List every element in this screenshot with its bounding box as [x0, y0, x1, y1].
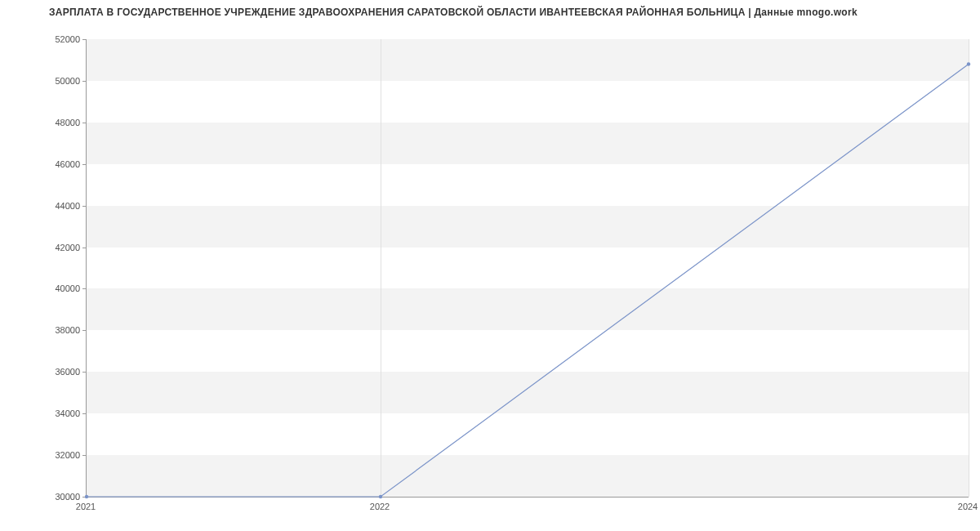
x-tick-label: 2022 — [370, 502, 390, 511]
data-point — [379, 495, 382, 498]
y-tick-label: 40000 — [7, 283, 80, 293]
x-tick-label: 2024 — [958, 502, 978, 511]
y-tick-label: 52000 — [7, 34, 80, 44]
y-tick-label: 34000 — [7, 408, 80, 418]
y-tick-label: 46000 — [7, 159, 80, 169]
data-point — [967, 62, 970, 65]
plot-area — [86, 39, 969, 498]
y-tick-label: 38000 — [7, 325, 80, 335]
y-tick-label: 42000 — [7, 243, 80, 252]
y-tick-label: 48000 — [7, 118, 80, 127]
x-tick-label: 2021 — [76, 502, 96, 511]
y-tick-label: 32000 — [7, 450, 80, 460]
chart-title: ЗАРПЛАТА В ГОСУДАРСТВЕННОЕ УЧРЕЖДЕНИЕ ЗД… — [49, 7, 858, 18]
salary-chart: ЗАРПЛАТА В ГОСУДАРСТВЕННОЕ УЧРЕЖДЕНИЕ ЗД… — [0, 0, 980, 531]
y-tick-label: 50000 — [7, 76, 80, 86]
x-gridline — [969, 39, 969, 497]
y-tick-label: 44000 — [7, 201, 80, 211]
line-series — [87, 39, 969, 497]
y-tick-label: 30000 — [7, 492, 80, 502]
y-tick-label: 36000 — [7, 367, 80, 377]
data-point — [85, 495, 88, 498]
